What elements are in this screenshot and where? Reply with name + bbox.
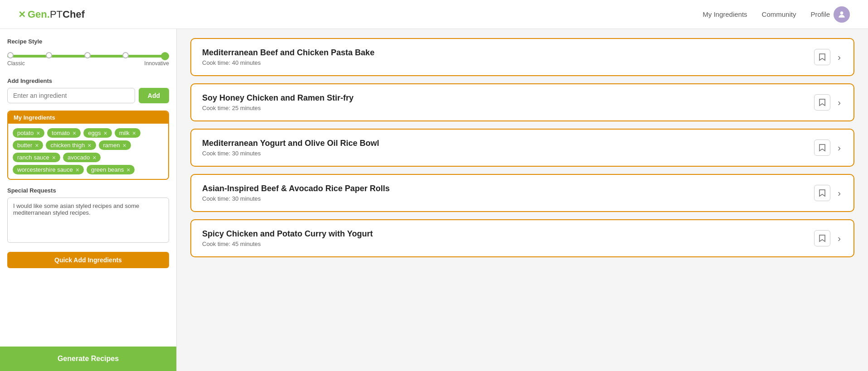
- recipe-time-1: Cook time: 25 minutes: [202, 105, 814, 111]
- recipe-info-1: Soy Honey Chicken and Ramen Stir-fry Coo…: [202, 93, 814, 111]
- main-layout: Recipe Style Classic Innovative: [0, 29, 868, 371]
- expand-button-0[interactable]: ›: [836, 50, 843, 64]
- svg-point-0: [840, 11, 844, 14]
- nav-my-ingredients[interactable]: My Ingredients: [703, 10, 747, 18]
- slider-dot-1[interactable]: [7, 52, 14, 58]
- slider-dot-4[interactable]: [122, 52, 129, 58]
- expand-button-3[interactable]: ›: [836, 186, 843, 200]
- remove-tag-avocado[interactable]: ×: [92, 154, 96, 161]
- recipe-card-4[interactable]: Spicy Chicken and Potato Curry with Yogu…: [190, 219, 854, 257]
- tag-eggs: eggs ×: [83, 128, 112, 138]
- recipe-title-1: Soy Honey Chicken and Ramen Stir-fry: [202, 93, 814, 103]
- expand-button-1[interactable]: ›: [836, 96, 843, 110]
- logo: ✕ Gen.PTChef: [18, 9, 85, 20]
- bookmark-button-4[interactable]: [814, 230, 830, 246]
- tag-ranch-sauce: ranch sauce ×: [13, 153, 60, 162]
- special-requests-section: Special Requests I would like some asian…: [7, 187, 169, 245]
- header: ✕ Gen.PTChef My Ingredients Community Pr…: [0, 0, 868, 29]
- tag-milk: milk ×: [115, 128, 141, 138]
- recipe-card-1[interactable]: Soy Honey Chicken and Ramen Stir-fry Coo…: [190, 83, 854, 121]
- slider-classic-label: Classic: [7, 60, 25, 67]
- slider-dot-3[interactable]: [84, 52, 91, 58]
- remove-tag-eggs[interactable]: ×: [103, 130, 107, 136]
- slider-dot-2[interactable]: [46, 52, 52, 58]
- generate-btn-container: Generate Recipes: [0, 347, 176, 371]
- recipe-title-2: Mediterranean Yogurt and Olive Oil Rice …: [202, 139, 814, 148]
- recipes-panel: Mediterranean Beef and Chicken Pasta Bak…: [177, 29, 868, 371]
- remove-tag-chicken-thigh[interactable]: ×: [87, 142, 91, 149]
- recipe-time-2: Cook time: 30 minutes: [202, 150, 814, 157]
- recipe-info-3: Asian-Inspired Beef & Avocado Rice Paper…: [202, 184, 814, 202]
- recipe-time-4: Cook time: 45 minutes: [202, 241, 814, 247]
- recipe-style-section: Recipe Style Classic Innovative: [7, 38, 169, 70]
- logo-gen: Gen.: [28, 9, 50, 20]
- recipe-info-2: Mediterranean Yogurt and Olive Oil Rice …: [202, 139, 814, 157]
- my-ingredients-box: My Ingredients potato × tomato × eggs × …: [7, 111, 169, 180]
- recipe-actions-2: ›: [814, 140, 843, 156]
- tag-worcestershire-sauce: worcestershire sauce ×: [13, 165, 84, 174]
- recipe-actions-4: ›: [814, 230, 843, 246]
- remove-tag-green-beans[interactable]: ×: [126, 167, 130, 173]
- tag-potato: potato ×: [13, 128, 44, 138]
- bookmark-button-2[interactable]: [814, 140, 830, 156]
- recipe-info-4: Spicy Chicken and Potato Curry with Yogu…: [202, 229, 814, 247]
- tag-butter: butter ×: [13, 140, 43, 150]
- remove-tag-ranch-sauce[interactable]: ×: [52, 154, 56, 161]
- bookmark-button-1[interactable]: [814, 94, 830, 111]
- bookmark-button-3[interactable]: [814, 185, 830, 201]
- recipe-card-2[interactable]: Mediterranean Yogurt and Olive Oil Rice …: [190, 129, 854, 167]
- recipe-card-0[interactable]: Mediterranean Beef and Chicken Pasta Bak…: [190, 38, 854, 76]
- expand-button-2[interactable]: ›: [836, 141, 843, 155]
- remove-tag-tomato[interactable]: ×: [73, 130, 76, 136]
- recipe-actions-0: ›: [814, 49, 843, 65]
- sidebar: Recipe Style Classic Innovative: [0, 29, 177, 371]
- logo-chef: Chef: [63, 9, 85, 20]
- quick-add-button[interactable]: Quick Add Ingredients: [7, 252, 169, 268]
- recipe-actions-3: ›: [814, 185, 843, 201]
- recipe-title-0: Mediterranean Beef and Chicken Pasta Bak…: [202, 48, 814, 58]
- add-ingredients-section: Add Ingredients Add: [7, 77, 169, 103]
- avatar: [834, 6, 850, 23]
- tags-container: potato × tomato × eggs × milk × butter: [8, 124, 168, 179]
- expand-button-4[interactable]: ›: [836, 231, 843, 246]
- recipe-info-0: Mediterranean Beef and Chicken Pasta Bak…: [202, 48, 814, 66]
- recipe-time-0: Cook time: 40 minutes: [202, 59, 814, 66]
- logo-pt: PT: [50, 9, 63, 20]
- special-requests-input[interactable]: I would like some asian styled recipes a…: [7, 198, 169, 243]
- recipe-style-slider[interactable]: Classic Innovative: [7, 48, 169, 70]
- recipe-style-label: Recipe Style: [7, 38, 169, 45]
- remove-tag-potato[interactable]: ×: [36, 130, 40, 136]
- ingredient-input[interactable]: [7, 88, 135, 103]
- tag-ramen: ramen ×: [99, 140, 131, 150]
- tag-tomato: tomato ×: [47, 128, 81, 138]
- tag-green-beans: green beans ×: [87, 165, 135, 174]
- profile-area[interactable]: Profile: [810, 6, 850, 23]
- slider-dot-5[interactable]: [161, 52, 169, 60]
- tag-chicken-thigh: chicken thigh ×: [46, 140, 96, 150]
- bookmark-button-0[interactable]: [814, 49, 830, 65]
- recipe-card-3[interactable]: Asian-Inspired Beef & Avocado Rice Paper…: [190, 174, 854, 212]
- tag-avocado: avocado ×: [63, 153, 101, 162]
- nav: My Ingredients Community Profile: [703, 6, 850, 23]
- nav-profile[interactable]: Profile: [810, 10, 830, 18]
- add-ingredient-button[interactable]: Add: [139, 88, 169, 103]
- remove-tag-butter[interactable]: ×: [35, 142, 39, 149]
- recipe-title-4: Spicy Chicken and Potato Curry with Yogu…: [202, 229, 814, 239]
- special-requests-label: Special Requests: [7, 187, 169, 194]
- generate-recipes-button[interactable]: Generate Recipes: [0, 347, 176, 371]
- recipe-time-3: Cook time: 30 minutes: [202, 195, 814, 202]
- nav-community[interactable]: Community: [762, 10, 796, 18]
- remove-tag-ramen[interactable]: ×: [122, 142, 126, 149]
- remove-tag-worcestershire-sauce[interactable]: ×: [76, 167, 79, 173]
- slider-innovative-label: Innovative: [144, 60, 169, 67]
- recipe-title-3: Asian-Inspired Beef & Avocado Rice Paper…: [202, 184, 814, 193]
- logo-icon: ✕: [18, 9, 26, 20]
- remove-tag-milk[interactable]: ×: [132, 130, 136, 136]
- my-ingredients-header: My Ingredients: [8, 111, 168, 124]
- recipe-actions-1: ›: [814, 94, 843, 111]
- add-ingredients-label: Add Ingredients: [7, 77, 169, 84]
